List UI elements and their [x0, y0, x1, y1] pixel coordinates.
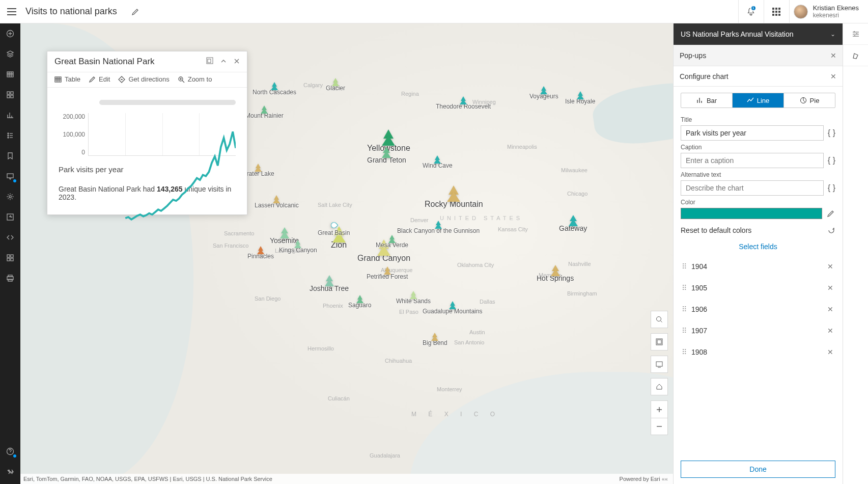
field-item[interactable]: ⠿1908✕: [681, 341, 835, 363]
chart-scrollbar[interactable]: [99, 100, 236, 105]
popup-table-action[interactable]: Table: [54, 75, 80, 83]
rail-settings[interactable]: [0, 186, 20, 207]
drag-handle-icon[interactable]: ⠿: [682, 327, 685, 335]
close-icon[interactable]: ✕: [830, 51, 836, 60]
city-label: Milwaukee: [561, 167, 587, 173]
remove-field-icon[interactable]: ✕: [825, 348, 835, 356]
svg-rect-13: [11, 255, 13, 257]
edit-color-icon[interactable]: [826, 209, 835, 218]
remove-field-icon[interactable]: ✕: [825, 262, 835, 271]
rail-share[interactable]: [0, 207, 20, 227]
popup-title: Great Basin National Park: [54, 57, 155, 67]
drag-handle-icon[interactable]: ⠿: [682, 348, 685, 356]
remove-field-icon[interactable]: ✕: [825, 305, 835, 313]
city-label: Albuquerque: [381, 267, 412, 273]
chart-type-segment: Bar Line Pie: [681, 93, 835, 108]
rail-basemap[interactable]: [0, 85, 20, 105]
properties-icon[interactable]: [843, 23, 868, 45]
close-icon[interactable]: ✕: [830, 72, 836, 80]
svg-rect-21: [208, 59, 211, 63]
city-label: Denver: [410, 217, 428, 223]
user-id: kekenesri: [813, 12, 859, 19]
geometry-icon[interactable]: [843, 45, 868, 66]
expression-icon[interactable]: { }: [828, 128, 835, 138]
reset-colors-label: Reset to default colors: [681, 226, 751, 234]
popup-zoom-action[interactable]: Zoom to: [178, 75, 212, 83]
expression-icon[interactable]: { }: [828, 183, 835, 193]
edit-title-icon[interactable]: [131, 8, 139, 16]
right-icon-rail: [843, 23, 868, 484]
chart-type-pie[interactable]: Pie: [784, 93, 835, 107]
map-title: Visits to national parks: [25, 6, 117, 17]
city-label: Chicago: [567, 191, 587, 197]
city-label: Dallas: [480, 299, 495, 305]
city-label: Minneapolis: [507, 144, 537, 150]
rail-charts[interactable]: [0, 105, 20, 125]
user-name: Kristian Ekenes: [813, 4, 859, 12]
country-label: M É X I C O: [411, 411, 500, 418]
rail-tables[interactable]: [0, 64, 20, 85]
dock-icon[interactable]: [206, 57, 213, 66]
home-button[interactable]: [651, 378, 668, 395]
chart-title-input[interactable]: [681, 125, 824, 141]
chart-alt-input[interactable]: [681, 180, 824, 196]
drag-handle-icon[interactable]: ⠿: [682, 262, 685, 271]
city-label: Hermosillo: [307, 345, 334, 352]
rail-help[interactable]: [0, 441, 20, 462]
close-icon[interactable]: [234, 57, 240, 66]
field-item[interactable]: ⠿1904✕: [681, 256, 835, 277]
field-year: 1907: [691, 327, 825, 335]
svg-rect-27: [656, 362, 662, 366]
chart-type-bar[interactable]: Bar: [681, 93, 733, 107]
notifications-button[interactable]: 1: [738, 0, 764, 23]
popup-directions-action[interactable]: Get directions: [118, 75, 169, 83]
notifications-badge: 1: [750, 5, 757, 11]
rail-legend[interactable]: [0, 125, 20, 146]
field-item[interactable]: ⠿1906✕: [681, 299, 835, 320]
country-label: UNITED STATES: [440, 215, 523, 221]
field-item[interactable]: ⠿1905✕: [681, 277, 835, 299]
city-label: Birmingham: [567, 290, 597, 297]
reset-icon[interactable]: [827, 226, 835, 234]
attribution-expand-icon[interactable]: ««: [662, 476, 668, 482]
rail-developer[interactable]: [0, 227, 20, 248]
remove-field-icon[interactable]: ✕: [825, 327, 835, 335]
user-menu[interactable]: Kristian Ekenes kekenesri: [789, 0, 868, 23]
app-switcher-button[interactable]: [764, 0, 789, 23]
expression-icon[interactable]: { }: [828, 156, 835, 165]
map-controls: [651, 311, 668, 435]
svg-rect-5: [11, 95, 13, 98]
field-item[interactable]: ⠿1907✕: [681, 320, 835, 341]
rail-layers[interactable]: [0, 44, 20, 64]
chart-color-swatch[interactable]: [681, 208, 822, 219]
chart-caption-input[interactable]: [681, 153, 824, 168]
rail-popups[interactable]: [0, 166, 20, 186]
menu-button[interactable]: [7, 8, 16, 15]
rail-expand[interactable]: [0, 462, 20, 482]
select-fields-link[interactable]: Select fields: [681, 243, 835, 251]
done-button[interactable]: Done: [681, 461, 835, 478]
map-canvas[interactable]: Calgary Regina Winnipeg Salt Lake City D…: [20, 23, 868, 484]
collapse-icon[interactable]: [220, 57, 227, 66]
zoom-in-button[interactable]: [651, 400, 668, 418]
rail-add[interactable]: [0, 23, 20, 44]
city-label: Monterrey: [437, 386, 462, 392]
rail-bookmarks[interactable]: [0, 146, 20, 166]
search-button[interactable]: [651, 311, 668, 328]
svg-rect-22: [55, 77, 61, 82]
zoom-out-button[interactable]: [651, 418, 668, 435]
chart-type-line[interactable]: Line: [733, 93, 784, 107]
rail-print[interactable]: [0, 268, 20, 288]
rail-apps[interactable]: [0, 248, 20, 268]
fullscreen-button[interactable]: [651, 356, 668, 373]
layer-header[interactable]: US National Parks Annual Visitation ⌄: [674, 23, 843, 45]
drag-handle-icon[interactable]: ⠿: [682, 305, 685, 313]
drag-handle-icon[interactable]: ⠿: [682, 284, 685, 292]
svg-rect-18: [8, 279, 12, 281]
popup-edit-action[interactable]: Edit: [89, 75, 110, 83]
popups-panel-title: Pop-ups: [680, 51, 706, 60]
basemap-toggle-button[interactable]: [651, 333, 668, 351]
remove-field-icon[interactable]: ✕: [825, 284, 835, 292]
svg-rect-4: [7, 95, 10, 98]
chevron-down-icon[interactable]: ⌄: [830, 31, 835, 38]
